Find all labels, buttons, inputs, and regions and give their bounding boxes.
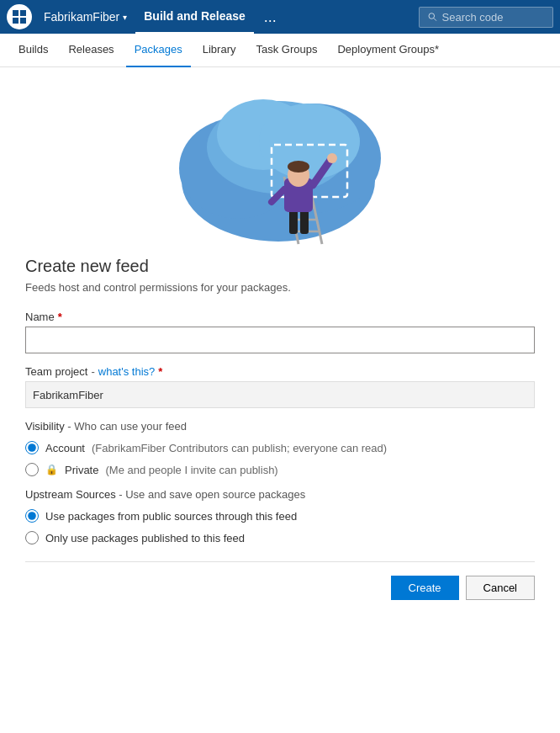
team-project-required: * (158, 365, 162, 378)
upstream-public-radio[interactable] (25, 509, 39, 523)
visibility-label: Visibility - Who can use your feed (25, 420, 535, 433)
svg-point-11 (259, 104, 360, 179)
upstream-field-group: Upstream Sources - Use and save open sou… (25, 488, 535, 544)
svg-rect-20 (289, 209, 298, 234)
name-required: * (58, 311, 62, 323)
team-project-field-group: Team project - what's this? * FabrikamFi… (25, 365, 535, 408)
nav-library[interactable]: Library (194, 34, 245, 67)
team-project-label: Team project - what's this? * (25, 365, 535, 378)
search-box[interactable] (419, 7, 553, 28)
nav-task-groups[interactable]: Task Groups (247, 34, 325, 67)
create-button[interactable]: Create (391, 576, 459, 600)
lock-icon: 🔒 (45, 464, 58, 475)
org-logo[interactable] (7, 4, 32, 29)
nav-builds[interactable]: Builds (10, 34, 56, 67)
upstream-private-option[interactable]: Only use packages published to this feed (25, 531, 535, 544)
upstream-public-option[interactable]: Use packages from public sources through… (25, 509, 535, 523)
what-is-this-link[interactable]: what's this? (98, 365, 156, 378)
visibility-account-option[interactable]: Account (FabrikamFiber Contributors can … (25, 441, 535, 454)
svg-line-5 (434, 19, 436, 21)
visibility-private-radio[interactable] (25, 463, 39, 476)
team-project-value: FabrikamFiber (25, 381, 535, 408)
upstream-private-radio[interactable] (25, 531, 39, 544)
nav-packages[interactable]: Packages (126, 34, 191, 67)
svg-point-24 (288, 161, 309, 173)
name-label: Name * (25, 311, 535, 323)
search-input[interactable] (442, 11, 544, 24)
chevron-down-icon: ▾ (123, 13, 127, 22)
svg-rect-2 (13, 18, 18, 24)
name-field-group: Name * (25, 311, 535, 353)
divider (25, 561, 535, 562)
more-options-button[interactable]: ... (257, 8, 283, 26)
name-input[interactable] (25, 327, 535, 353)
form-subtitle: Feeds host and control permissions for y… (25, 281, 535, 294)
upstream-label: Upstream Sources - Use and save open sou… (25, 488, 535, 501)
visibility-radio-group: Account (FabrikamFiber Contributors can … (25, 441, 535, 476)
visibility-account-radio[interactable] (25, 441, 39, 454)
hero-illustration (25, 84, 535, 248)
svg-point-4 (429, 13, 435, 19)
upstream-radio-group: Use packages from public sources through… (25, 509, 535, 544)
svg-rect-21 (300, 209, 309, 234)
nav-releases[interactable]: Releases (60, 34, 122, 67)
svg-rect-0 (13, 10, 18, 16)
search-icon (428, 12, 437, 22)
nav-deployment-groups[interactable]: Deployment Groups* (329, 34, 447, 67)
secondary-navigation: Builds Releases Packages Library Task Gr… (0, 34, 560, 67)
cancel-button[interactable]: Cancel (466, 576, 535, 600)
top-navigation-bar: FabrikamFiber ▾ Build and Release ... (0, 0, 560, 34)
main-content: Create new feed Feeds host and control p… (0, 84, 560, 625)
org-name-button[interactable]: FabrikamFiber ▾ (39, 10, 132, 24)
svg-rect-1 (20, 10, 26, 16)
visibility-field-group: Visibility - Who can use your feed Accou… (25, 420, 535, 476)
visibility-private-option[interactable]: 🔒 Private (Me and people I invite can pu… (25, 463, 535, 476)
svg-point-27 (327, 153, 337, 163)
svg-rect-3 (20, 18, 26, 24)
build-release-nav[interactable]: Build and Release (135, 0, 254, 34)
footer-buttons: Create Cancel (25, 576, 535, 600)
form-title: Create new feed (25, 257, 535, 276)
